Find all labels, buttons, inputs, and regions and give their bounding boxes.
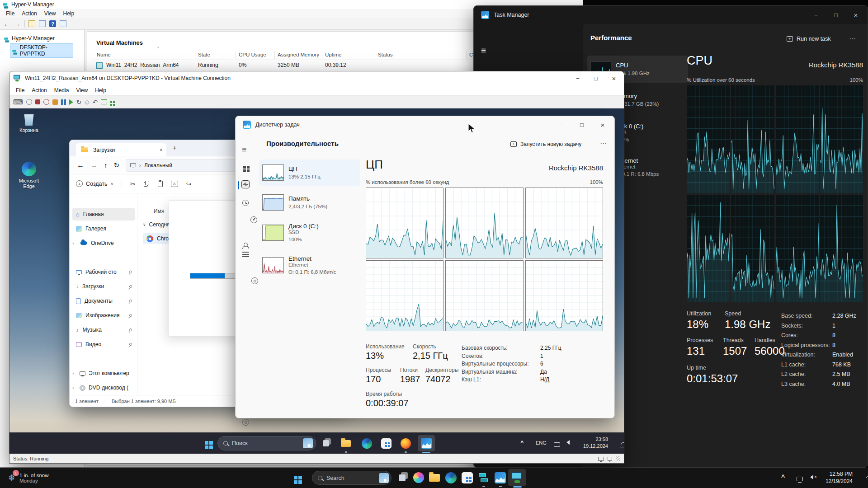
store-icon[interactable] <box>379 436 393 450</box>
volume-icon[interactable] <box>566 440 570 445</box>
app-history-icon[interactable] <box>242 200 249 206</box>
tree-node-host[interactable]: DESKTOP-PVPPTKD <box>10 43 73 58</box>
sidebar-item-downloads[interactable]: ↑Загрузки <box>72 280 135 293</box>
notification-bell-icon[interactable] <box>866 476 868 481</box>
cpu-core-graph[interactable] <box>820 195 863 303</box>
vm-connection-icon-active[interactable] <box>508 469 526 486</box>
file-explorer-icon[interactable] <box>339 436 353 450</box>
maximize-button[interactable]: □ <box>587 71 605 85</box>
cpu-core-graph[interactable] <box>776 85 819 193</box>
store-icon[interactable] <box>459 470 475 485</box>
cpu-core-graph[interactable] <box>687 85 730 193</box>
display-scale-icon[interactable] <box>598 457 604 461</box>
file-explorer-icon[interactable] <box>427 470 442 485</box>
menu-action[interactable]: Action <box>19 10 40 17</box>
vm-desktop-icon-edge[interactable]: Microsoft Edge <box>15 162 43 189</box>
fit-screen-icon[interactable] <box>608 457 612 461</box>
cpu-core-graph[interactable] <box>366 260 443 331</box>
menu-file[interactable]: File <box>3 10 18 17</box>
edge-icon[interactable] <box>443 470 458 485</box>
revert-icon[interactable]: ↶ <box>92 99 98 106</box>
task-view-icon[interactable] <box>319 436 333 450</box>
cpu-core-graph[interactable] <box>525 260 603 331</box>
reset-icon[interactable]: ↻ <box>76 99 82 106</box>
col-name[interactable]: Name <box>97 52 111 57</box>
menu-action[interactable]: Action <box>28 87 50 94</box>
close-button[interactable]: × <box>846 7 866 23</box>
start-button[interactable] <box>294 473 297 481</box>
minimize-button[interactable]: − <box>806 7 826 23</box>
search-box[interactable]: Search <box>312 471 392 485</box>
vm-clock[interactable]: 23:58 19.12.2024 <box>576 436 608 450</box>
tray-chevron-up-icon[interactable]: ^ <box>520 439 524 446</box>
save-icon[interactable] <box>52 99 58 105</box>
task-manager-icon-active[interactable] <box>418 435 435 451</box>
help-icon[interactable]: ? <box>49 20 56 27</box>
menu-help[interactable]: Help <box>91 87 110 94</box>
resize-grip[interactable] <box>616 456 620 461</box>
sidebar-item-documents[interactable]: Документы <box>72 295 135 307</box>
rutm-card-cpu[interactable]: ЦП 13% 2,15 ГГц <box>259 160 360 186</box>
column-name[interactable]: Имя <box>154 208 164 214</box>
cpu-core-graph[interactable] <box>731 195 774 303</box>
task-manager-icon[interactable] <box>492 470 508 485</box>
start-vm-icon[interactable] <box>26 99 32 105</box>
turn-off-icon[interactable] <box>35 99 40 104</box>
ctrl-alt-del-icon[interactable]: ⌨ <box>13 98 23 106</box>
expand-icon[interactable]: › <box>72 240 76 246</box>
resume-icon[interactable] <box>69 99 73 105</box>
menu-media[interactable]: Media <box>51 87 73 94</box>
new-item-button[interactable]: + Создать ∨ <box>76 180 113 187</box>
checkpoint-icon[interactable]: ◇ <box>85 99 89 105</box>
startup-apps-icon[interactable] <box>250 216 257 223</box>
back-icon[interactable]: ← <box>77 161 84 169</box>
minimize-button[interactable]: − <box>569 71 587 85</box>
copilot-icon[interactable] <box>411 470 426 485</box>
console-window-icon-2[interactable] <box>60 20 66 27</box>
console-window-icon[interactable] <box>39 20 46 27</box>
maximize-button[interactable]: □ <box>826 7 846 23</box>
rutm-card-memory[interactable]: Память 2,4/3,2 ГБ (75%) <box>259 189 360 216</box>
task-view-icon[interactable] <box>394 470 410 485</box>
back-icon[interactable]: ← <box>4 20 10 28</box>
menu-file[interactable]: File <box>12 87 28 94</box>
col-extra[interactable]: C <box>469 52 473 57</box>
host-tm-titlebar[interactable]: Task Manager − □ × <box>474 6 868 24</box>
weather-widget[interactable]: ❄ 1 1 in. of snow Monday <box>5 469 52 486</box>
enhanced-session-icon[interactable] <box>101 99 107 104</box>
cpu-core-graph[interactable] <box>776 195 819 303</box>
sidebar-item-home[interactable]: ⌂Главная <box>72 208 135 221</box>
cpu-core-graph[interactable] <box>366 188 443 258</box>
cpu-core-graph[interactable] <box>445 260 523 331</box>
vm-start-button[interactable] <box>205 438 208 446</box>
volume-muted-icon[interactable]: × <box>810 474 817 479</box>
edge-icon[interactable] <box>359 436 374 450</box>
cpu-core-graph[interactable] <box>525 188 603 258</box>
paste-icon[interactable] <box>158 181 163 187</box>
sidebar-item-videos[interactable]: Видео <box>72 338 135 351</box>
col-cpu[interactable]: CPU Usage <box>239 52 266 57</box>
language-indicator[interactable]: ENG <box>536 440 547 446</box>
tab-close-icon[interactable]: × <box>160 147 163 153</box>
rutm-card-disk[interactable]: Диск 0 (C:) SSD 100% <box>259 217 360 248</box>
services-icon[interactable] <box>251 277 258 284</box>
refresh-icon[interactable]: ↻ <box>114 161 120 169</box>
forward-icon[interactable]: → <box>14 20 21 28</box>
export-icon[interactable] <box>28 20 35 27</box>
settings-icon[interactable] <box>242 419 249 426</box>
tree-node-root[interactable]: Hyper-V Manager <box>4 35 85 42</box>
shutdown-icon[interactable] <box>43 99 49 105</box>
sidebar-item-pictures[interactable]: Изображения <box>72 309 135 322</box>
hamburger-icon[interactable]: ≡ <box>242 145 247 155</box>
cpu-core-graph[interactable] <box>687 195 730 303</box>
host-clock[interactable]: 12:58 PM 12/19/2024 <box>819 470 853 485</box>
menu-view[interactable]: View <box>41 10 59 17</box>
col-status[interactable]: Status <box>378 52 393 57</box>
sidebar-item-onedrive[interactable]: ›OneDrive <box>72 237 135 249</box>
sidebar-item-gallery[interactable]: Галерея <box>72 222 135 235</box>
col-memory[interactable]: Assigned Memory <box>278 52 319 57</box>
new-tab-icon[interactable]: + <box>173 144 177 151</box>
users-icon[interactable] <box>242 243 249 249</box>
vmc-titlebar[interactable]: Win11_24H2_Russian_Arm64 on DESKTOP-PVPP… <box>9 71 624 85</box>
rename-icon[interactable]: A <box>171 181 178 187</box>
